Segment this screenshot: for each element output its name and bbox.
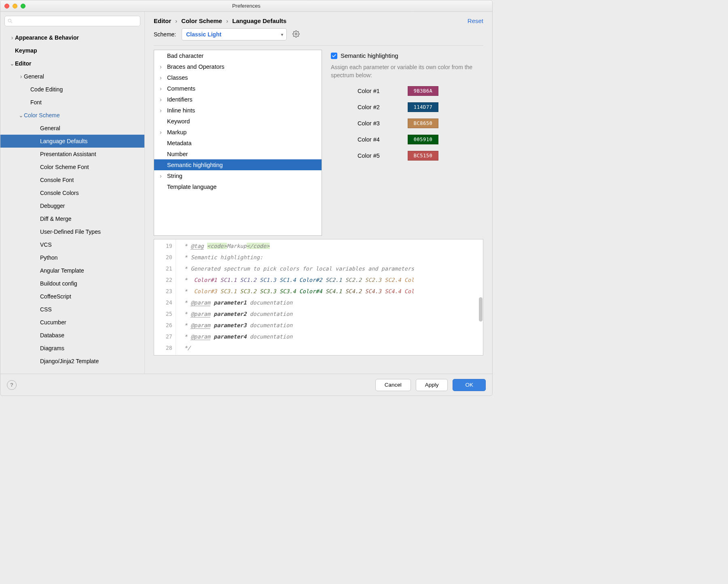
sidebar-item[interactable]: Console Font bbox=[0, 174, 144, 186]
category-label: Inline hints bbox=[167, 107, 195, 114]
semantic-highlighting-checkbox[interactable] bbox=[331, 53, 337, 59]
breadcrumb-1[interactable]: Color Scheme bbox=[181, 17, 222, 24]
sidebar-item[interactable]: Keymap bbox=[0, 44, 144, 57]
breadcrumb-2: Language Defaults bbox=[232, 17, 286, 24]
category-item[interactable]: ›Inline hints bbox=[154, 105, 322, 116]
category-item[interactable]: ›Comments bbox=[154, 83, 322, 94]
line-number: 21 bbox=[154, 263, 172, 274]
sidebar-item[interactable]: VCS bbox=[0, 238, 144, 251]
scrollbar-vertical[interactable] bbox=[479, 297, 483, 322]
sidebar-item[interactable]: Diagrams bbox=[0, 342, 144, 355]
sidebar-item[interactable]: User-Defined File Types bbox=[0, 225, 144, 238]
sidebar-item-label: Color Scheme Font bbox=[40, 164, 89, 170]
chevron-right-icon: › bbox=[160, 173, 167, 179]
color-name: Color #2 bbox=[331, 104, 408, 110]
category-label: Braces and Operators bbox=[167, 63, 224, 70]
category-label: Bad character bbox=[167, 53, 203, 59]
sidebar-item[interactable]: ⌄Editor bbox=[0, 57, 144, 70]
gutter: 19202122232425262728 bbox=[154, 239, 176, 355]
sidebar-item-label: Database bbox=[40, 332, 64, 339]
code-line: * @param parameter1 documentation bbox=[181, 297, 483, 308]
sidebar-item[interactable]: ›General bbox=[0, 70, 144, 83]
category-label: Semantic highlighting bbox=[167, 162, 223, 168]
chevron-right-icon: › bbox=[160, 129, 167, 135]
category-label: String bbox=[167, 173, 182, 179]
category-item[interactable]: Bad character bbox=[154, 50, 322, 61]
color-row: Color #5BC5150 bbox=[331, 151, 483, 161]
breadcrumb-0[interactable]: Editor bbox=[154, 17, 171, 24]
check-icon bbox=[332, 53, 336, 58]
color-row: Color #3BC8650 bbox=[331, 118, 483, 128]
divider bbox=[154, 45, 483, 46]
category-item[interactable]: ›Braces and Operators bbox=[154, 61, 322, 72]
sidebar-item[interactable]: Code Editing bbox=[0, 83, 144, 96]
sidebar-item-label: Diagrams bbox=[40, 345, 64, 351]
chevron-down-icon: ▾ bbox=[281, 32, 283, 37]
category-label: Metadata bbox=[167, 140, 191, 146]
code-line: * Generated spectrum to pick colors for … bbox=[181, 263, 483, 274]
sidebar-item[interactable]: Cucumber bbox=[0, 316, 144, 329]
sidebar-item-label: Angular Template bbox=[40, 267, 84, 274]
code-line: */ bbox=[181, 342, 483, 353]
sidebar-item[interactable]: Database bbox=[0, 329, 144, 342]
sidebar-item[interactable]: Language Defaults bbox=[0, 135, 144, 148]
category-item[interactable]: ›Identifiers bbox=[154, 94, 322, 105]
category-item[interactable]: Keyword bbox=[154, 116, 322, 127]
sidebar-item[interactable]: CoffeeScript bbox=[0, 290, 144, 303]
category-item[interactable]: ›String bbox=[154, 170, 322, 181]
sidebar-item[interactable]: Diff & Merge bbox=[0, 212, 144, 225]
color-swatch[interactable]: BC8650 bbox=[408, 118, 438, 128]
sidebar-item-label: General bbox=[24, 73, 44, 80]
sidebar-item-label: Diff & Merge bbox=[40, 216, 72, 222]
sidebar-item-label: Font bbox=[30, 99, 42, 106]
sidebar-item[interactable]: Debugger bbox=[0, 199, 144, 212]
gear-icon[interactable] bbox=[292, 30, 300, 39]
sidebar-item-label: Keymap bbox=[15, 47, 37, 54]
sidebar-item[interactable]: General bbox=[0, 122, 144, 135]
color-swatch[interactable]: 114D77 bbox=[408, 102, 438, 112]
code-line: * Semantic highlighting: bbox=[181, 252, 483, 263]
sidebar-item[interactable]: CSS bbox=[0, 303, 144, 316]
chevron-right-icon: › bbox=[18, 73, 24, 80]
sidebar-item-label: Python bbox=[40, 254, 58, 261]
sidebar-item[interactable]: Python bbox=[0, 251, 144, 264]
search-icon bbox=[7, 18, 13, 24]
cancel-button[interactable]: Cancel bbox=[375, 379, 411, 391]
search-input[interactable] bbox=[4, 16, 140, 26]
sidebar-item[interactable]: Presentation Assistant bbox=[0, 148, 144, 161]
sidebar-item[interactable]: Color Scheme Font bbox=[0, 161, 144, 174]
code-preview: 19202122232425262728 * @tag <code>Markup… bbox=[154, 239, 483, 355]
sidebar-item[interactable]: Buildout config bbox=[0, 277, 144, 290]
sidebar-item[interactable]: Console Colors bbox=[0, 186, 144, 199]
sidebar-item[interactable]: Font bbox=[0, 96, 144, 109]
help-button[interactable]: ? bbox=[7, 380, 17, 390]
category-item[interactable]: Number bbox=[154, 148, 322, 159]
category-item[interactable]: Template language bbox=[154, 181, 322, 192]
apply-button[interactable]: Apply bbox=[416, 379, 448, 391]
semantic-highlighting-label: Semantic highlighting bbox=[341, 52, 398, 59]
color-swatch[interactable]: 9B3B6A bbox=[408, 86, 438, 96]
sidebar-item[interactable]: ›Appearance & Behavior bbox=[0, 31, 144, 44]
category-item[interactable]: Semantic highlighting bbox=[154, 159, 322, 170]
sidebar-item-label: User-Defined File Types bbox=[40, 229, 101, 235]
category-item[interactable]: ›Classes bbox=[154, 72, 322, 83]
sidebar-item[interactable]: Django/Jinja2 Template bbox=[0, 355, 144, 368]
category-item[interactable]: ›Markup bbox=[154, 127, 322, 138]
color-swatch[interactable]: BC5150 bbox=[408, 151, 438, 161]
category-label: Markup bbox=[167, 129, 186, 135]
code-line: * @param parameter3 documentation bbox=[181, 320, 483, 331]
category-item[interactable]: Metadata bbox=[154, 138, 322, 148]
category-label: Classes bbox=[167, 74, 188, 81]
sidebar-item-label: Django/Jinja2 Template bbox=[40, 358, 99, 364]
sidebar-item[interactable]: ⌄Color Scheme bbox=[0, 109, 144, 122]
code-area: * @tag <code>Markup</code> * Semantic hi… bbox=[176, 239, 483, 355]
sidebar-item-label: General bbox=[40, 125, 60, 131]
window-title: Preferences bbox=[0, 3, 492, 9]
color-row: Color #4005910 bbox=[331, 135, 483, 144]
ok-button[interactable]: OK bbox=[453, 379, 486, 391]
color-swatch[interactable]: 005910 bbox=[408, 135, 438, 144]
scheme-combo[interactable]: Classic Light ▾ bbox=[182, 28, 287, 40]
reset-link[interactable]: Reset bbox=[468, 17, 483, 24]
code-line: * Color#3 SC3.1 SC3.2 SC3.3 SC3.4 Color#… bbox=[181, 286, 483, 297]
sidebar-item[interactable]: Angular Template bbox=[0, 264, 144, 277]
